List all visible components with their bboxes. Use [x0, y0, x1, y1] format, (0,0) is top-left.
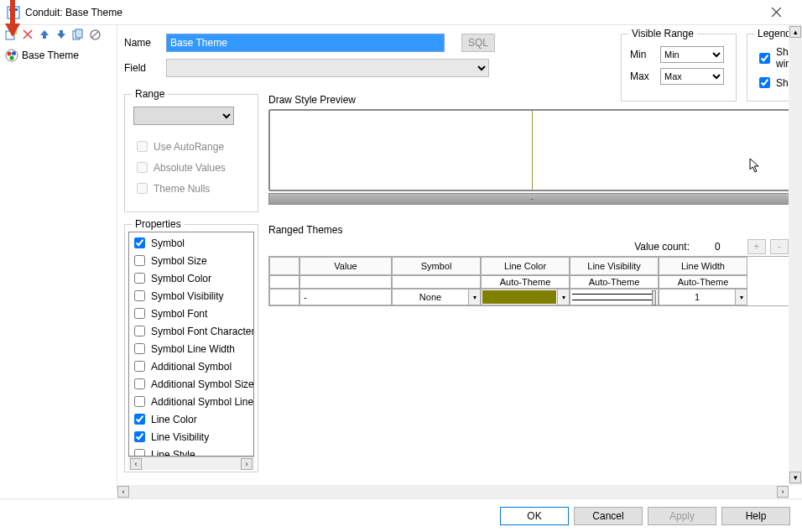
close-button[interactable]: [758, 1, 795, 24]
autorange-checkbox[interactable]: [137, 141, 148, 152]
property-item[interactable]: Symbol Color: [131, 269, 252, 287]
ranged-themes-group: Ranged Themes Value count: 0 + - Value S…: [268, 224, 795, 472]
cell-line-visibility[interactable]: [570, 289, 659, 305]
min-select[interactable]: Min: [660, 46, 724, 63]
visibility-slider[interactable]: [572, 294, 656, 300]
property-item[interactable]: Symbol Visibility: [131, 287, 252, 305]
delete-button[interactable]: [20, 27, 35, 42]
absolute-label: Absolute Values: [154, 162, 226, 174]
col-line-color: Line Color: [481, 257, 570, 275]
hscroll-left[interactable]: ‹: [130, 458, 142, 470]
svg-line-11: [91, 31, 99, 38]
value-plus-button[interactable]: +: [747, 239, 766, 254]
property-checkbox[interactable]: [134, 255, 145, 266]
property-checkbox[interactable]: [134, 290, 145, 301]
sidebar: Base Theme: [0, 25, 117, 490]
ok-button[interactable]: OK: [500, 507, 569, 525]
property-checkbox[interactable]: [134, 361, 145, 372]
property-item[interactable]: Line Style: [131, 446, 252, 456]
cell-line-color[interactable]: ▾: [481, 289, 570, 305]
cell-line-width[interactable]: 1▾: [659, 289, 747, 305]
sub-corner: [269, 275, 299, 289]
content-vscroll[interactable]: ▴ ▾: [789, 25, 802, 485]
property-checkbox[interactable]: [134, 343, 145, 354]
apply-button[interactable]: Apply: [648, 507, 716, 525]
delete-icon: [23, 29, 33, 39]
field-label: Field: [124, 62, 159, 74]
chevron-down-icon[interactable]: ▾: [557, 289, 569, 305]
cell-symbol[interactable]: None▾: [392, 289, 481, 305]
theme-icon: [5, 49, 18, 62]
range-group: Range Use AutoRange Absolute Values Them…: [124, 94, 258, 212]
content-hscroll[interactable]: ‹ ›: [117, 485, 789, 498]
property-item[interactable]: Symbol Size: [131, 252, 252, 269]
property-checkbox[interactable]: [134, 396, 145, 407]
vscroll-down[interactable]: ▾: [789, 472, 801, 483]
show-thematic-checkbox[interactable]: [759, 53, 770, 64]
hscroll-right-btn[interactable]: ›: [777, 486, 789, 498]
property-item[interactable]: Symbol Font: [131, 305, 252, 322]
sub-lc-auto[interactable]: Auto-Theme: [481, 275, 570, 289]
no-entry-icon: [90, 29, 101, 40]
col-symbol: Symbol: [392, 257, 481, 275]
draw-preview[interactable]: [268, 109, 795, 191]
tree-item-base-theme[interactable]: Base Theme: [3, 47, 113, 64]
copy-icon: [72, 29, 84, 40]
show-printed-checkbox[interactable]: [759, 77, 770, 88]
move-up-button[interactable]: [37, 27, 52, 42]
property-checkbox[interactable]: [134, 326, 145, 336]
property-item[interactable]: Symbol Font Characters: [131, 322, 252, 340]
autorange-label: Use AutoRange: [154, 141, 224, 153]
cancel-button[interactable]: Cancel: [574, 507, 643, 525]
theme-tree[interactable]: Base Theme: [0, 44, 117, 490]
property-checkbox[interactable]: [134, 414, 145, 425]
copy-button[interactable]: [70, 27, 86, 42]
preview-right: [533, 111, 794, 190]
property-checkbox[interactable]: [134, 431, 145, 442]
property-label: Symbol: [151, 237, 185, 249]
sub-lv-auto[interactable]: Auto-Theme: [570, 275, 659, 289]
no-entry-button[interactable]: [87, 27, 102, 42]
property-checkbox[interactable]: [134, 273, 145, 284]
chevron-down-icon[interactable]: ▾: [468, 289, 480, 305]
cell-value[interactable]: -: [299, 289, 392, 305]
arrow-annotation: [5, 0, 20, 37]
sub-lw-auto[interactable]: Auto-Theme: [659, 275, 747, 289]
absolute-checkbox[interactable]: [137, 162, 148, 173]
move-down-button[interactable]: [54, 27, 69, 42]
property-checkbox[interactable]: [134, 378, 145, 389]
draw-preview-footer: -: [268, 193, 795, 205]
property-label: Additional Symbol Size: [151, 378, 254, 390]
max-select[interactable]: Max: [660, 68, 724, 85]
property-checkbox[interactable]: [134, 308, 145, 319]
property-item[interactable]: Additional Symbol Size: [131, 375, 252, 393]
help-button[interactable]: Help: [721, 507, 790, 525]
hscroll-right[interactable]: ›: [241, 458, 253, 470]
range-title: Range: [132, 88, 168, 100]
preview-left: [270, 111, 533, 190]
property-item[interactable]: Symbol: [131, 234, 252, 252]
properties-hscroll[interactable]: ‹ ›: [128, 456, 254, 470]
property-checkbox[interactable]: [134, 237, 145, 248]
property-item[interactable]: Symbol Line Width: [131, 340, 252, 357]
sql-button[interactable]: SQL: [461, 34, 495, 52]
property-item[interactable]: Additional Symbol Line: [131, 393, 252, 410]
hscroll-left-btn[interactable]: ‹: [117, 486, 129, 498]
svg-point-14: [12, 51, 16, 55]
property-label: Line Color: [151, 414, 197, 425]
property-item[interactable]: Line Visibility: [131, 428, 252, 446]
col-line-width: Line Width: [659, 257, 747, 275]
property-item[interactable]: Additional Symbol: [131, 357, 252, 375]
properties-list[interactable]: SymbolSymbol SizeSymbol ColorSymbol Visi…: [128, 232, 254, 456]
property-checkbox[interactable]: [134, 449, 145, 456]
nulls-checkbox[interactable]: [137, 183, 148, 194]
property-item[interactable]: Line Color: [131, 410, 252, 428]
field-select[interactable]: [166, 59, 489, 77]
row-header[interactable]: [269, 289, 299, 305]
chevron-down-icon[interactable]: ▾: [735, 289, 747, 305]
name-input[interactable]: [166, 34, 445, 52]
svg-marker-6: [40, 30, 49, 39]
vscroll-up[interactable]: ▴: [789, 26, 801, 38]
value-minus-button[interactable]: -: [770, 239, 789, 254]
range-select[interactable]: [133, 107, 234, 125]
